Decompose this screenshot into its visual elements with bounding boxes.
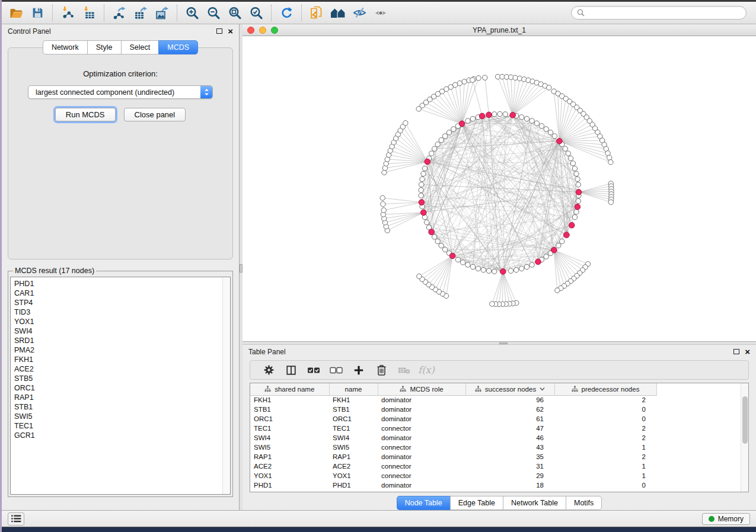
- table-cell[interactable]: ORC1: [250, 414, 329, 424]
- zoom-fit-button[interactable]: [224, 4, 245, 22]
- table-row[interactable]: SWI5SWI5connector431: [250, 443, 741, 452]
- ring-node[interactable]: [519, 266, 524, 271]
- table-cell[interactable]: dominator: [378, 452, 465, 462]
- satellite-node[interactable]: [608, 200, 613, 204]
- tab-select[interactable]: Select: [121, 40, 159, 55]
- mcds-node-item[interactable]: SWI5: [14, 412, 222, 421]
- table-cell[interactable]: SWI5: [329, 443, 378, 452]
- save-session-button[interactable]: [27, 4, 48, 22]
- ring-node[interactable]: [514, 267, 519, 272]
- close-panel-icon[interactable]: ×: [228, 28, 233, 34]
- create-column-button[interactable]: [347, 362, 370, 379]
- table-cell[interactable]: YOX1: [329, 471, 378, 480]
- table-row[interactable]: YOX1YOX1connector291: [250, 471, 741, 480]
- mcds-node-item[interactable]: PMA2: [14, 345, 222, 355]
- table-row[interactable]: SWI4SWI4dominator462: [250, 433, 741, 443]
- ring-node[interactable]: [435, 239, 440, 243]
- show-all-networks-button[interactable]: [327, 4, 349, 22]
- scrollbar-thumb[interactable]: [742, 396, 748, 444]
- ring-node[interactable]: [548, 130, 553, 134]
- float-panel-icon[interactable]: [216, 28, 222, 34]
- ring-node[interactable]: [544, 254, 548, 259]
- mcds-node-item[interactable]: TID3: [14, 307, 222, 317]
- mcds-dominator-node[interactable]: [449, 253, 455, 259]
- table-cell[interactable]: RAP1: [250, 452, 329, 462]
- column-header-predecessor-nodes[interactable]: predecessor nodes: [554, 383, 656, 395]
- tab-style[interactable]: Style: [87, 40, 121, 55]
- mcds-dominator-node[interactable]: [575, 204, 580, 210]
- satellite-node[interactable]: [381, 201, 385, 206]
- satellite-node[interactable]: [453, 82, 458, 87]
- export-table-button[interactable]: [130, 4, 151, 22]
- table-cell[interactable]: 61: [465, 414, 554, 424]
- ring-node[interactable]: [524, 116, 529, 121]
- table-scrollbar[interactable]: [741, 383, 748, 492]
- result-list-scrollbar[interactable]: [222, 277, 230, 494]
- ring-node[interactable]: [420, 177, 425, 181]
- table-row[interactable]: ORC1ORC1dominator610: [250, 414, 741, 424]
- table-cell[interactable]: 29: [465, 471, 554, 480]
- tab-motifs[interactable]: Motifs: [566, 496, 602, 510]
- table-row[interactable]: STB1STB1dominator620: [250, 405, 741, 414]
- mcds-node-item[interactable]: CAR1: [14, 289, 222, 298]
- table-row[interactable]: RAP1RAP1dominator352: [250, 452, 741, 462]
- zoom-in-button[interactable]: [181, 4, 203, 22]
- table-cell[interactable]: RAP1: [329, 452, 378, 462]
- ring-node[interactable]: [508, 268, 513, 273]
- minimize-window-icon[interactable]: [259, 27, 266, 34]
- table-cell[interactable]: 43: [465, 443, 554, 452]
- table-cell[interactable]: 47: [465, 424, 554, 433]
- table-cell[interactable]: dominator: [378, 414, 465, 424]
- mcds-node-item[interactable]: ACE2: [14, 364, 222, 374]
- mcds-dominator-node[interactable]: [569, 222, 575, 228]
- table-cell[interactable]: SWI4: [329, 433, 378, 443]
- ring-node[interactable]: [486, 268, 491, 273]
- mcds-node-item[interactable]: TEC1: [14, 421, 222, 431]
- export-image-button[interactable]: [151, 4, 173, 22]
- mcds-dominator-node[interactable]: [420, 210, 426, 216]
- ring-node[interactable]: [442, 134, 447, 139]
- mcds-dominator-node[interactable]: [510, 113, 516, 118]
- mcds-node-item[interactable]: STB1: [14, 402, 222, 412]
- ring-node[interactable]: [470, 264, 475, 269]
- mcds-dominator-node[interactable]: [500, 269, 506, 275]
- tab-mcds[interactable]: MCDS: [158, 40, 198, 55]
- ring-node[interactable]: [572, 166, 577, 171]
- ring-node[interactable]: [435, 142, 440, 146]
- mcds-node-item[interactable]: SRD1: [14, 336, 222, 345]
- mcds-node-item[interactable]: GCR1: [14, 431, 222, 440]
- mcds-dominator-node[interactable]: [429, 229, 435, 235]
- satellite-node[interactable]: [417, 274, 422, 278]
- optimization-criterion-select[interactable]: largest connected component (undirected): [28, 85, 213, 99]
- ring-node[interactable]: [465, 262, 470, 267]
- satellite-node[interactable]: [382, 170, 387, 175]
- hide-panel-button[interactable]: [349, 4, 370, 22]
- deselect-all-button[interactable]: [325, 362, 347, 379]
- table-cell[interactable]: 0: [554, 405, 656, 414]
- ring-node[interactable]: [446, 130, 451, 134]
- satellite-node[interactable]: [607, 155, 612, 160]
- ring-node[interactable]: [524, 264, 529, 269]
- mcds-node-item[interactable]: RAP1: [14, 393, 222, 402]
- table-row[interactable]: TEC1TEC1connector472: [250, 424, 741, 433]
- refresh-button[interactable]: [276, 4, 297, 22]
- table-cell[interactable]: TEC1: [250, 424, 329, 433]
- ring-node[interactable]: [465, 118, 470, 123]
- ring-node[interactable]: [419, 188, 423, 193]
- table-cell[interactable]: FKH1: [250, 395, 329, 405]
- tab-node-table[interactable]: Node Table: [397, 496, 450, 510]
- table-row[interactable]: ACE2ACE2connector311: [250, 462, 741, 471]
- zoom-out-button[interactable]: [203, 4, 224, 22]
- ring-node[interactable]: [492, 112, 497, 117]
- mcds-node-item[interactable]: PHD1: [14, 279, 222, 289]
- table-cell[interactable]: dominator: [378, 433, 465, 443]
- table-cell[interactable]: TEC1: [329, 424, 378, 433]
- tab-network-table[interactable]: Network Table: [503, 496, 566, 510]
- ring-node[interactable]: [419, 193, 423, 198]
- table-settings-button[interactable]: [257, 362, 280, 379]
- mcds-dominator-node[interactable]: [535, 259, 541, 265]
- table-row[interactable]: FKH1FKH1dominator962: [250, 395, 741, 405]
- ring-node[interactable]: [460, 260, 465, 265]
- show-column-button[interactable]: [280, 362, 302, 379]
- mcds-dominator-node[interactable]: [419, 200, 425, 206]
